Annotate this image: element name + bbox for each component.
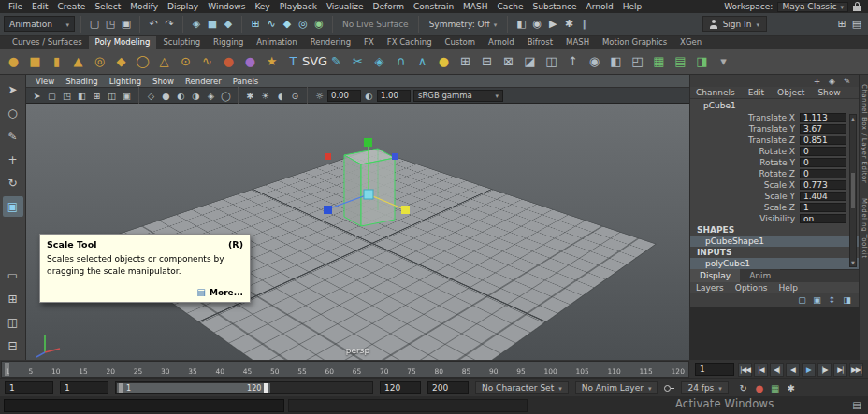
channel-attribute-row[interactable]: Visibility on xyxy=(690,213,859,224)
boolean-union-icon[interactable]: ⊞ xyxy=(456,51,475,72)
connect-icon[interactable]: ∩ xyxy=(391,51,411,72)
layer-list[interactable] xyxy=(690,307,859,360)
shelf-tab[interactable]: Rendering xyxy=(304,36,357,49)
film-gate-icon[interactable]: ▢ xyxy=(45,89,59,102)
save-scene-icon[interactable]: ▣ xyxy=(119,17,134,32)
poly-pyramid-icon[interactable]: △ xyxy=(154,51,174,72)
panel-menu-item[interactable]: Shading xyxy=(60,77,104,86)
gamma-field[interactable]: 1.00 xyxy=(377,90,411,102)
dock-tab[interactable]: Channel Box / Layer Editor xyxy=(861,84,868,183)
sculpt-tool-icon[interactable]: ● xyxy=(219,51,239,72)
shelf-tab[interactable]: Bifrost xyxy=(521,36,559,49)
soft-mod-icon[interactable]: ● xyxy=(240,51,260,72)
shelf-tab[interactable]: Poly Modeling xyxy=(89,36,157,49)
select-hierarchy-icon[interactable]: ◈ xyxy=(189,17,204,32)
shelf-overflow-icon[interactable]: ▾ xyxy=(714,51,733,72)
graph-editor-icon[interactable]: ▦ xyxy=(769,381,782,394)
playback-loop-icon[interactable]: ↻ xyxy=(737,381,750,394)
poly-cone-icon[interactable]: ▲ xyxy=(68,51,88,72)
menu-item[interactable]: Create xyxy=(53,2,91,11)
scale-x-handle[interactable] xyxy=(401,206,410,214)
step-back-key-button[interactable]: ◀| xyxy=(770,363,784,377)
panel-menu-item[interactable]: Renderer xyxy=(180,77,227,86)
script-editor-icon[interactable]: ▤ xyxy=(849,398,864,412)
character-set-selector[interactable]: No Character Set xyxy=(475,381,569,394)
layer-editor-menu-item[interactable]: Help xyxy=(774,283,804,293)
shelf-tab[interactable]: MASH xyxy=(559,36,596,49)
gamma-icon[interactable]: ◐ xyxy=(362,89,376,102)
menu-item[interactable]: Modify xyxy=(125,2,163,11)
fps-selector[interactable]: 24 fps xyxy=(681,381,728,394)
shelf-tab[interactable]: Curves / Surfaces xyxy=(6,36,89,49)
command-line-input[interactable] xyxy=(4,399,284,412)
scale-y-handle[interactable] xyxy=(364,138,372,147)
smooth-mesh-icon[interactable]: ◉ xyxy=(585,51,604,72)
all-lights-icon[interactable]: ☀ xyxy=(258,89,272,102)
step-back-frame-button[interactable]: |◀ xyxy=(754,363,768,377)
channel-attribute-row[interactable]: Scale Z 1 xyxy=(690,202,859,213)
target-weld-icon[interactable]: ◈ xyxy=(369,51,389,72)
panel-menu-item[interactable]: View xyxy=(30,77,60,86)
open-scene-icon[interactable]: ◳ xyxy=(103,17,118,32)
dock-tab[interactable]: Modeling Toolkit xyxy=(861,198,868,258)
panel-menu-item[interactable]: Panels xyxy=(227,77,264,86)
scale-center-handle[interactable] xyxy=(364,190,373,199)
attribute-value-field[interactable]: 0 xyxy=(800,169,846,178)
type-tool-icon[interactable]: T xyxy=(283,51,303,72)
exposure-icon[interactable]: ☼ xyxy=(312,89,326,102)
play-forwards-button[interactable]: ▶ xyxy=(802,363,816,377)
safe-title-icon[interactable]: ▣ xyxy=(120,89,134,102)
poly-helix-icon[interactable]: ∿ xyxy=(197,51,217,72)
channel-attribute-row[interactable]: Translate X 1.113 xyxy=(690,112,859,123)
shelf-tab[interactable]: Sculpting xyxy=(156,36,207,49)
poly-disc-icon[interactable]: ◯ xyxy=(133,51,152,72)
channel-box-menu-item[interactable]: Edit xyxy=(743,88,770,97)
combine-icon[interactable]: ● xyxy=(434,51,454,72)
select-tool[interactable]: ➤ xyxy=(3,79,23,100)
menu-item[interactable]: Cache xyxy=(493,2,528,11)
snap-to-point-icon[interactable]: ◆ xyxy=(280,17,295,32)
redo-icon[interactable]: ↷ xyxy=(162,17,177,32)
channel-box-menu-item[interactable]: Object xyxy=(772,88,810,97)
menu-item[interactable]: Windows xyxy=(203,2,250,11)
shape-node-item[interactable]: pCubeShape1 xyxy=(690,236,859,247)
viewport-3d[interactable]: Scale Tool (R) Scales selected objects o… xyxy=(26,104,689,360)
channel-attribute-row[interactable]: Translate Y 3.67 xyxy=(690,123,859,135)
channel-box-menu-item[interactable]: Show xyxy=(812,88,846,97)
default-lighting-icon[interactable]: ✱ xyxy=(243,89,257,102)
menu-item[interactable]: Select xyxy=(90,2,125,11)
channel-box-scrollbar[interactable]: ▲ ▼ xyxy=(849,114,857,267)
select-object-icon[interactable]: ■ xyxy=(205,17,220,32)
workspace-grid-icon[interactable]: ⊞ xyxy=(834,17,849,32)
panel-menu-item[interactable]: Show xyxy=(147,77,180,86)
symmetry-selector[interactable]: Symmetry: Off xyxy=(425,16,502,32)
tooltip-more-link[interactable]: More... xyxy=(210,288,243,297)
attribute-value-field[interactable]: 1 xyxy=(800,203,846,212)
attribute-value-field[interactable]: 3.67 xyxy=(800,124,846,134)
panel-menu-item[interactable]: Lighting xyxy=(104,77,147,86)
viewport-select-icon[interactable]: ➤ xyxy=(30,89,44,102)
quad-draw-icon[interactable]: ✎ xyxy=(326,51,346,72)
ipr-render-icon[interactable]: ◉ xyxy=(529,17,544,32)
auto-keyframe-icon[interactable]: ● xyxy=(753,381,766,394)
attribute-value-field[interactable]: 0.773 xyxy=(800,180,846,190)
animation-start-field[interactable]: 1 xyxy=(5,381,53,394)
new-scene-icon[interactable]: ▢ xyxy=(87,17,102,32)
menu-item[interactable]: MASH xyxy=(458,2,492,11)
scale-aux-z-handle[interactable] xyxy=(392,153,398,160)
attribute-value-field[interactable]: 1.113 xyxy=(800,113,846,122)
paint-select-tool[interactable]: ✎ xyxy=(3,126,23,147)
channel-attribute-row[interactable]: Rotate Z 0 xyxy=(690,168,859,179)
poly-sphere-icon[interactable]: ● xyxy=(4,51,23,72)
wireframe-on-shaded-icon[interactable]: ◈ xyxy=(204,89,218,102)
select-component-icon[interactable]: ◆ xyxy=(221,17,236,32)
bridge-icon[interactable]: ◫ xyxy=(542,51,561,72)
playback-end-field[interactable]: 120 xyxy=(380,381,421,394)
menu-item[interactable]: Playback xyxy=(275,2,322,11)
shelf-tab[interactable]: Animation xyxy=(250,36,303,49)
input-node-item[interactable]: polyCube1 xyxy=(690,258,859,269)
menu-item[interactable]: Visualize xyxy=(322,2,369,11)
create-empty-layer-icon[interactable]: ▢ xyxy=(796,294,808,306)
textured-icon[interactable]: ◐ xyxy=(174,89,188,102)
outliner-toggle-icon[interactable]: ▤ xyxy=(849,17,864,32)
